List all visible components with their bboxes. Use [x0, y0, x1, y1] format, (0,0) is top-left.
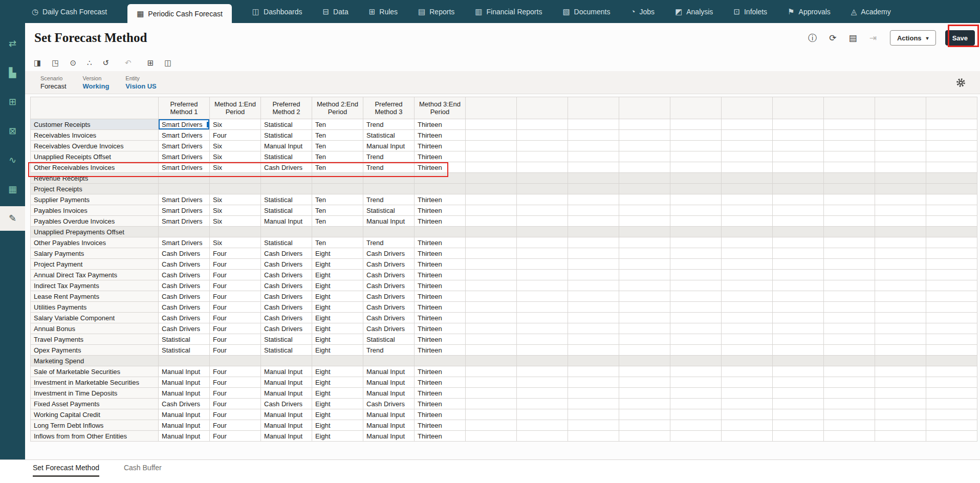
- grid-cell-empty[interactable]: [773, 162, 824, 173]
- grid-cell-empty[interactable]: [875, 399, 926, 409]
- grid-cell[interactable]: Cash Drivers: [261, 323, 312, 334]
- grid-cell[interactable]: Thirteen: [415, 366, 466, 377]
- grid-cell-empty[interactable]: [722, 119, 773, 130]
- grid-cell[interactable]: Thirteen: [415, 280, 466, 291]
- grid-cell[interactable]: Manual Input: [261, 366, 312, 377]
- row-header[interactable]: Inflows from from Other Entities: [31, 431, 159, 442]
- grid-cell-empty[interactable]: [773, 302, 824, 313]
- grid-cell-empty[interactable]: [773, 227, 824, 237]
- grid-cell-empty[interactable]: [824, 205, 875, 216]
- grid-cell-empty[interactable]: [568, 280, 619, 291]
- grid-cell-empty[interactable]: [773, 270, 824, 280]
- grid-cell-empty[interactable]: [619, 237, 670, 248]
- grid-cell-empty[interactable]: [926, 399, 977, 409]
- grid-cell-empty[interactable]: [568, 377, 619, 388]
- grid-cell-empty[interactable]: [875, 119, 926, 130]
- grid-cell[interactable]: Cash Drivers: [261, 270, 312, 280]
- grid-cell[interactable]: Six: [210, 162, 261, 173]
- grid-cell[interactable]: Cash Drivers: [261, 302, 312, 313]
- cube-icon[interactable]: ⊞: [0, 90, 25, 114]
- grid-cell[interactable]: Cash Drivers: [159, 248, 210, 259]
- grid-cell-empty[interactable]: [722, 409, 773, 420]
- hierarchy-icon[interactable]: ∴: [87, 59, 92, 67]
- grid-cell[interactable]: Cash Drivers: [363, 399, 415, 409]
- grid-cell[interactable]: Eight: [312, 323, 363, 334]
- grid-cell[interactable]: Six: [210, 194, 261, 205]
- grid-cell[interactable]: Cash Drivers: [159, 302, 210, 313]
- grid-cell-empty[interactable]: [722, 345, 773, 356]
- grid-cell[interactable]: Eight: [312, 248, 363, 259]
- grid-cell[interactable]: Statistical: [363, 130, 415, 141]
- grid-cell-empty[interactable]: [875, 270, 926, 280]
- grid-cell-empty[interactable]: [670, 130, 722, 141]
- grid-cell-empty[interactable]: [722, 259, 773, 270]
- grid-cell-empty[interactable]: [670, 141, 722, 151]
- grid-cell-empty[interactable]: [722, 302, 773, 313]
- grid-cell-empty[interactable]: [926, 141, 977, 151]
- grid-cell-empty[interactable]: [670, 431, 722, 442]
- grid-cell-empty[interactable]: [568, 409, 619, 420]
- grid-cell[interactable]: Statistical: [261, 345, 312, 356]
- column-header-preferred-method-1[interactable]: Preferred Method 1: [159, 97, 210, 119]
- grid-cell-empty[interactable]: [875, 280, 926, 291]
- grid-cell-empty[interactable]: [773, 216, 824, 227]
- grid-cell-empty[interactable]: [619, 173, 670, 184]
- activity-report-icon[interactable]: ▤: [849, 34, 857, 42]
- grid-cell-empty[interactable]: [517, 151, 568, 162]
- grid-cell-empty[interactable]: [722, 151, 773, 162]
- grid-cell-empty[interactable]: [517, 356, 568, 366]
- column-header-method-3-end-period[interactable]: Method 3:End Period: [415, 97, 466, 119]
- grid-cell-empty[interactable]: [670, 356, 722, 366]
- grid-cell[interactable]: Four: [210, 291, 261, 302]
- grid-cell-empty[interactable]: [773, 259, 824, 270]
- grid-cell[interactable]: Six: [210, 119, 261, 130]
- grid-cell[interactable]: Thirteen: [415, 205, 466, 216]
- grid-cell-empty[interactable]: [466, 248, 517, 259]
- grid-cell-empty[interactable]: [517, 409, 568, 420]
- grid-cell-empty[interactable]: [926, 270, 977, 280]
- grid-cell-empty[interactable]: [466, 345, 517, 356]
- grid-cell[interactable]: Statistical: [363, 205, 415, 216]
- grid-cell-empty[interactable]: [568, 259, 619, 270]
- grid-cell-empty[interactable]: [926, 291, 977, 302]
- grid-cell[interactable]: Thirteen: [415, 162, 466, 173]
- grid-cell-empty[interactable]: [517, 227, 568, 237]
- grid-cell[interactable]: Smart Drivers: [159, 141, 210, 151]
- grid-cell[interactable]: Cash Drivers: [159, 259, 210, 270]
- grid-cell-empty[interactable]: [926, 259, 977, 270]
- grid-cell-empty[interactable]: [824, 162, 875, 173]
- grid-cell[interactable]: Thirteen: [415, 248, 466, 259]
- grid-cell[interactable]: Manual Input: [261, 216, 312, 227]
- grid-cell-empty[interactable]: [824, 280, 875, 291]
- grid-cell-empty[interactable]: [670, 259, 722, 270]
- grid-cell-empty[interactable]: [875, 291, 926, 302]
- grid-cell-empty[interactable]: [619, 388, 670, 399]
- grid-cell-empty[interactable]: [824, 323, 875, 334]
- grid-cell[interactable]: Cash Drivers: [159, 323, 210, 334]
- column-header-method-1-end-period[interactable]: Method 1:End Period: [210, 97, 261, 119]
- grid-cell[interactable]: Six: [210, 151, 261, 162]
- grid-cell-empty[interactable]: [619, 248, 670, 259]
- grid-cell-empty[interactable]: [722, 366, 773, 377]
- grid-cell-empty[interactable]: [773, 280, 824, 291]
- save-button[interactable]: Save: [945, 30, 975, 46]
- grid-cell-empty[interactable]: [722, 399, 773, 409]
- refresh-icon[interactable]: ⟳: [829, 34, 836, 42]
- grid-cell[interactable]: Smart Drivers: [159, 237, 210, 248]
- grid-cell[interactable]: Eight: [312, 388, 363, 399]
- grid-cell-empty[interactable]: [670, 334, 722, 345]
- grid-cell-empty[interactable]: [773, 323, 824, 334]
- grid-cell[interactable]: Manual Input: [363, 216, 415, 227]
- grid-cell[interactable]: [261, 227, 312, 237]
- grid-cell-empty[interactable]: [517, 431, 568, 442]
- grid-cell-empty[interactable]: [875, 313, 926, 323]
- row-header[interactable]: Investment in Time Deposits: [31, 388, 159, 399]
- grid-cell-empty[interactable]: [466, 205, 517, 216]
- grid-cell-empty[interactable]: [619, 141, 670, 151]
- data-grid-icon[interactable]: ▦: [0, 177, 25, 202]
- grid-cell[interactable]: Manual Input: [261, 420, 312, 431]
- grid-cell-empty[interactable]: [773, 420, 824, 431]
- grid-cell[interactable]: Manual Input: [159, 366, 210, 377]
- grid-cell[interactable]: Four: [210, 302, 261, 313]
- grid-cell-empty[interactable]: [466, 323, 517, 334]
